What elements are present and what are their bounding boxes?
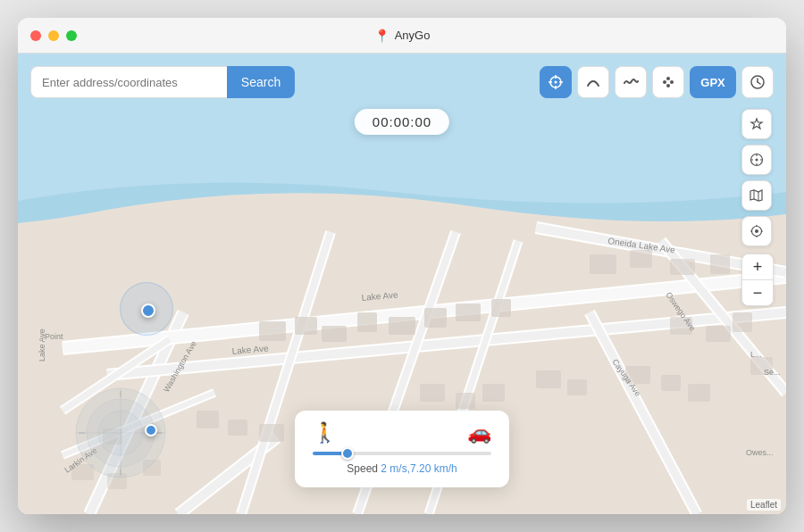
- clock-icon: [750, 74, 766, 90]
- svg-rect-8: [491, 299, 511, 317]
- svg-rect-10: [630, 250, 652, 268]
- svg-point-53: [666, 84, 670, 87]
- waypoints-icon: [660, 74, 676, 90]
- route-icon: [623, 74, 639, 90]
- svg-rect-1: [259, 321, 286, 341]
- map-area[interactable]: Lake Ave Lake Ave Oneida Lake Ave Oswego…: [18, 54, 786, 514]
- svg-text:Point: Point: [45, 332, 63, 341]
- svg-rect-7: [456, 303, 481, 321]
- svg-rect-24: [482, 384, 505, 402]
- svg-rect-27: [259, 424, 284, 442]
- svg-rect-25: [197, 411, 219, 428]
- svg-text:Owes...: Owes...: [746, 448, 774, 457]
- waypoints-tool-button[interactable]: [652, 66, 684, 98]
- car-icon: 🚗: [467, 421, 491, 445]
- location-marker-secondary: [145, 424, 157, 436]
- svg-rect-3: [322, 326, 347, 342]
- svg-rect-26: [228, 420, 247, 436]
- svg-rect-15: [733, 312, 752, 332]
- svg-rect-2: [295, 317, 317, 335]
- close-button[interactable]: [30, 30, 41, 41]
- svg-rect-19: [688, 384, 710, 402]
- svg-rect-11: [670, 259, 695, 275]
- svg-rect-21: [567, 379, 587, 395]
- search-input[interactable]: [30, 66, 227, 98]
- speed-panel: 🚶 🚗 Speed 2 m/s,7.20 km/h: [295, 411, 509, 487]
- svg-point-75: [755, 229, 758, 233]
- gpx-button[interactable]: GPX: [690, 66, 736, 98]
- app-title: AnyGo: [395, 29, 431, 42]
- svg-rect-4: [357, 312, 377, 332]
- speed-text: Speed 2 m/s,7.20 km/h: [313, 462, 491, 475]
- svg-point-67: [756, 159, 758, 162]
- maximize-button[interactable]: [66, 30, 77, 41]
- leaflet-badge: Leaflet: [747, 499, 781, 511]
- route-tool-button[interactable]: [615, 66, 647, 98]
- curve-icon: [585, 74, 601, 90]
- svg-text:Se...: Se...: [764, 368, 781, 377]
- svg-rect-14: [706, 326, 731, 342]
- traffic-lights: [30, 30, 77, 41]
- speed-slider-track: [313, 452, 491, 455]
- locate-icon: [750, 224, 764, 238]
- svg-rect-5: [389, 317, 415, 335]
- svg-point-52: [670, 80, 674, 84]
- right-tools: GPX: [540, 66, 774, 98]
- speed-slider-container[interactable]: [313, 452, 491, 455]
- clock-button[interactable]: [741, 66, 774, 98]
- svg-rect-18: [661, 375, 681, 391]
- svg-text:L...: L...: [750, 350, 762, 359]
- timer-value: 00:00:00: [373, 114, 431, 129]
- crosshair-tool-button[interactable]: [540, 66, 572, 98]
- svg-point-49: [555, 81, 557, 84]
- titlebar: 📍 AnyGo: [18, 18, 786, 54]
- search-button[interactable]: Search: [227, 66, 295, 98]
- walk-icon: 🚶: [313, 421, 337, 445]
- location-marker-primary: [141, 303, 155, 318]
- search-group: Search: [30, 66, 295, 98]
- speed-icons-row: 🚶 🚗: [313, 421, 491, 445]
- svg-line-56: [758, 82, 760, 84]
- svg-rect-6: [424, 308, 447, 328]
- svg-rect-20: [536, 370, 561, 388]
- map-button[interactable]: [741, 180, 772, 211]
- speed-slider-fill: [313, 452, 345, 455]
- app-window: 📍 AnyGo: [18, 18, 786, 514]
- star-icon: [750, 117, 764, 131]
- zoom-group: + −: [741, 254, 774, 306]
- location-dot2: [145, 424, 157, 436]
- minimize-button[interactable]: [48, 30, 59, 41]
- locate-button[interactable]: [741, 216, 772, 246]
- toolbar: Search: [30, 66, 774, 98]
- svg-rect-23: [456, 393, 475, 409]
- map-icon: [750, 188, 764, 203]
- svg-point-51: [666, 77, 670, 80]
- compass-icon: [750, 153, 764, 167]
- location-dot: [141, 303, 155, 318]
- compass-button[interactable]: [741, 145, 772, 175]
- star-button[interactable]: [741, 109, 772, 139]
- svg-rect-12: [710, 254, 730, 274]
- pin-icon: 📍: [374, 29, 389, 43]
- speed-value: 2 m/s,7.20 km/h: [381, 462, 456, 475]
- speed-slider-thumb[interactable]: [341, 447, 354, 460]
- svg-rect-9: [590, 254, 616, 274]
- svg-point-50: [663, 80, 666, 84]
- curve-tool-button[interactable]: [577, 66, 609, 98]
- zoom-out-button[interactable]: −: [742, 280, 773, 305]
- app-title-group: 📍 AnyGo: [374, 29, 431, 43]
- right-side-buttons: + −: [741, 109, 774, 306]
- timer-badge: 00:00:00: [355, 109, 449, 135]
- zoom-in-button[interactable]: +: [742, 254, 773, 279]
- crosshair-icon: [548, 74, 564, 90]
- svg-rect-22: [420, 384, 445, 402]
